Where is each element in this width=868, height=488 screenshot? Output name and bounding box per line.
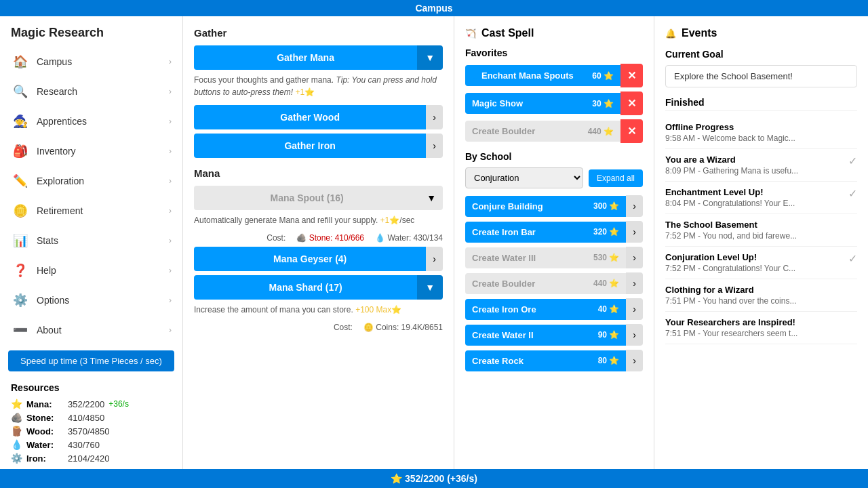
gather-mana-button[interactable]: Gather Mana [194, 45, 417, 70]
remove-favorite-button[interactable]: ✕ [620, 92, 643, 115]
school-spell-row: Create Water II 90 ⭐ › [465, 324, 643, 346]
mana-section-title: Mana [194, 167, 443, 179]
mana-shard-dropdown[interactable]: ▼ [417, 275, 443, 300]
gather-wood-button[interactable]: Gather Wood [194, 105, 426, 129]
resource-name: Wood: [26, 426, 64, 436]
sidebar-item-options[interactable]: ⚙️ Options › [0, 285, 182, 315]
event-item: Clothing for a Wizard 7:51 PM - You hand… [665, 279, 857, 312]
sidebar-item-exploration[interactable]: ✏️ Exploration › [0, 166, 182, 196]
school-spell-arrow[interactable]: › [626, 247, 643, 268]
sidebar-item-about[interactable]: ➖ About › [0, 315, 182, 345]
school-spell-button[interactable]: Create Water II 90 ⭐ [465, 325, 626, 346]
school-spell-label: Create Boulder [472, 279, 535, 289]
school-spell-label: Conjure Building [472, 201, 543, 211]
sidebar-item-research[interactable]: 🔍 Research › [0, 77, 182, 106]
school-spell-button[interactable]: Create Rock 80 ⭐ [465, 350, 626, 371]
gather-iron-arrow[interactable]: › [426, 134, 443, 158]
spell-panel: 🏹 Cast Spell Favorites Enchant Mana Spou… [454, 16, 654, 469]
favorite-spell-button[interactable]: Enchant Mana Spouts 60 ⭐ [465, 65, 620, 86]
sidebar-label-inventory: Inventory [37, 146, 169, 157]
resource-icon: 💧 [11, 439, 22, 450]
sidebar-item-inventory[interactable]: 🎒 Inventory › [0, 136, 182, 166]
event-check-icon: ✓ [848, 187, 857, 200]
event-desc: 8:09 PM - Gathering Mana is usefu... [665, 166, 843, 176]
sidebar-chevron-inventory: › [169, 146, 172, 156]
resource-rate: +36/s [108, 399, 129, 409]
school-spell-row: Create Iron Ore 40 ⭐ › [465, 298, 643, 320]
favorite-spell-button[interactable]: Create Boulder 440 ⭐ [465, 121, 620, 142]
mana-spout-dropdown[interactable]: ▼ [420, 186, 443, 210]
school-spell-row: Create Water III 530 ⭐ › [465, 247, 643, 268]
sidebar-chevron-help: › [169, 266, 172, 275]
sidebar-item-apprentices[interactable]: 🧙 Apprentices › [0, 106, 182, 136]
school-spell-arrow[interactable]: › [626, 324, 643, 346]
favorite-spell-label: Magic Show [472, 98, 523, 108]
events-bell-icon: 🔔 [665, 28, 676, 39]
school-spell-label: Create Rock [472, 356, 524, 366]
mana-shard-cost-label: Cost: [334, 323, 353, 332]
resource-icon: ⭐ [11, 399, 22, 409]
remove-favorite-button[interactable]: ✕ [620, 119, 643, 143]
finished-title: Finished [665, 97, 857, 111]
school-spell-arrow[interactable]: › [626, 350, 643, 371]
sidebar-label-stats: Stats [37, 235, 169, 246]
events-panel: 🔔 Events Current Goal Explore the School… [654, 16, 868, 469]
event-content: Offline Progress 9:58 AM - Welcome back … [665, 122, 857, 143]
expand-all-button[interactable]: Expand all [589, 169, 643, 187]
school-spell-row: Create Iron Bar 320 ⭐ › [465, 221, 643, 243]
favorite-spell-cost: 60 ⭐ [592, 71, 614, 81]
mana-spout-button[interactable]: Mana Spout (16) [194, 186, 420, 210]
event-content: Conjuration Level Up! 7:52 PM - Congratu… [665, 252, 843, 273]
school-spell-cost: 320 ⭐ [593, 227, 619, 237]
bottom-bar-label: ⭐ 352/2200 (+36/s) [391, 473, 477, 484]
sidebar-item-retirement[interactable]: 🪙 Retirement › [0, 196, 182, 226]
school-spell-button[interactable]: Create Boulder 440 ⭐ [465, 273, 626, 294]
school-spell-arrow[interactable]: › [626, 298, 643, 320]
school-spell-label: Create Iron Bar [472, 227, 536, 237]
event-item: The School Basement 7:52 PM - You nod, a… [665, 214, 857, 247]
event-title: Your Researchers are Inspired! [665, 317, 857, 327]
sidebar-label-help: Help [37, 265, 169, 276]
event-title: The School Basement [665, 220, 857, 230]
mana-geyser-button[interactable]: Mana Geyser (4) [194, 247, 426, 271]
event-desc: 9:58 AM - Welcome back to Magic... [665, 134, 857, 143]
gather-mana-row: Gather Mana ▼ [194, 45, 443, 70]
school-spell-button[interactable]: Create Iron Ore 40 ⭐ [465, 299, 626, 320]
sidebar-item-stats[interactable]: 📊 Stats › [0, 226, 182, 256]
remove-favorite-button[interactable]: ✕ [620, 64, 643, 87]
event-item: Offline Progress 9:58 AM - Welcome back … [665, 117, 857, 149]
event-title: Offline Progress [665, 122, 857, 132]
school-spell-arrow[interactable]: › [626, 272, 643, 294]
spell-panel-header: 🏹 Cast Spell [465, 27, 643, 39]
gather-wood-arrow[interactable]: › [426, 105, 443, 129]
gather-iron-button[interactable]: Gather Iron [194, 134, 426, 158]
favorites-list: Enchant Mana Spouts 60 ⭐ ✕ Magic Show 30… [465, 64, 643, 143]
current-goal-title: Current Goal [665, 49, 857, 60]
sidebar-label-research: Research [37, 86, 169, 97]
school-spell-arrow[interactable]: › [626, 221, 643, 243]
sidebar-chevron-research: › [169, 87, 172, 96]
resources-section: Resources ⭐ Mana: 352/2200 +36/s 🪨 Stone… [0, 377, 182, 469]
school-select[interactable]: ConjurationEnchantmentIllusionTransmutat… [465, 167, 583, 188]
by-school-title: By School [465, 151, 643, 162]
inventory-icon: 🎒 [11, 142, 30, 161]
favorite-spell-label: Enchant Mana Spouts [472, 70, 574, 81]
school-select-row: ConjurationEnchantmentIllusionTransmutat… [465, 167, 643, 188]
school-spell-button[interactable]: Conjure Building 300 ⭐ [465, 196, 626, 217]
event-title: Conjuration Level Up! [665, 252, 843, 262]
sidebar-item-help[interactable]: ❓ Help › [0, 256, 182, 285]
mana-shard-cost: Cost: 🪙 Coins: 19.4K/8651 [194, 323, 443, 332]
favorite-spell-button[interactable]: Magic Show 30 ⭐ [465, 93, 620, 114]
school-spell-arrow[interactable]: › [626, 195, 643, 217]
speed-up-button[interactable]: Speed up time (3 Time Pieces / sec) [8, 350, 174, 371]
resource-row-stone: 🪨 Stone: 410/4850 [11, 411, 172, 424]
resource-value: 430/760 [68, 440, 100, 450]
gather-mana-dropdown[interactable]: ▼ [417, 45, 443, 70]
mana-shard-button[interactable]: Mana Shard (17) [194, 275, 417, 300]
mana-geyser-row: Mana Geyser (4) › [194, 247, 443, 271]
resource-icon: 🪵 [11, 426, 22, 436]
school-spell-button[interactable]: Create Water III 530 ⭐ [465, 247, 626, 268]
mana-geyser-arrow[interactable]: › [426, 247, 443, 271]
school-spell-button[interactable]: Create Iron Bar 320 ⭐ [465, 222, 626, 243]
sidebar-item-campus[interactable]: 🏠 Campus › [0, 47, 182, 77]
